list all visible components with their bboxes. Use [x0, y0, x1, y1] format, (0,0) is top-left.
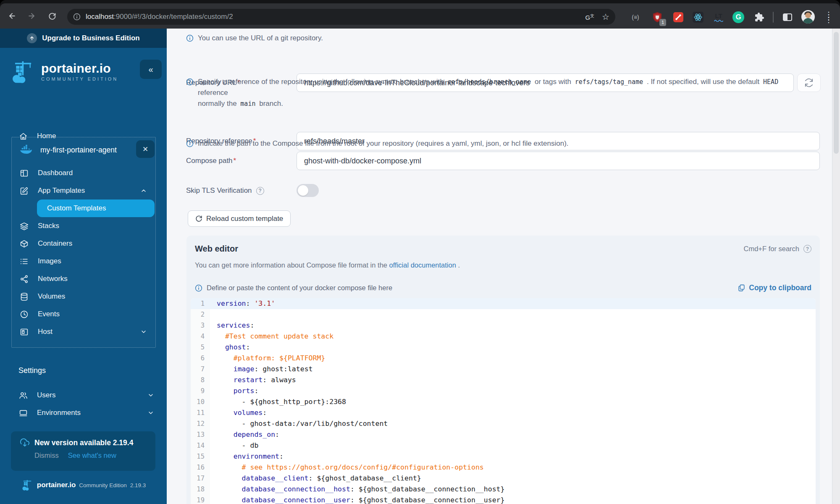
sidebar-item-volumes[interactable]: Volumes — [12, 288, 155, 305]
dismiss-link[interactable]: Dismiss — [34, 452, 59, 459]
sidebar-item-networks[interactable]: Networks — [12, 270, 155, 288]
react-atom-icon — [692, 11, 704, 23]
reload-button[interactable] — [45, 9, 59, 23]
code-line[interactable]: 3services: — [191, 320, 816, 331]
reload-button-label: Reload custom template — [206, 215, 283, 223]
edit-icon — [19, 186, 29, 195]
site-info-icon[interactable] — [73, 13, 81, 21]
code-line[interactable]: 4 #Test comment update stack — [191, 331, 816, 342]
extensions-menu-button[interactable] — [752, 10, 766, 24]
code-text: ports: — [210, 386, 258, 396]
sidebar-item-app-templates[interactable]: App Templates — [12, 182, 155, 200]
help-icon[interactable]: ? — [256, 187, 264, 195]
sidebar-item-containers[interactable]: Containers — [12, 235, 155, 252]
sidebar-item-environments[interactable]: Environments — [0, 404, 167, 422]
code-line[interactable]: 14 - db — [191, 440, 816, 451]
code-line[interactable]: 6 #platform: ${PLATFORM} — [191, 353, 816, 364]
sidebar-collapse-button[interactable]: « — [140, 60, 162, 79]
cloud-download-icon — [20, 438, 29, 447]
line-number: 10 — [191, 396, 210, 407]
url-host: localhost — [86, 13, 114, 21]
compose-doc-text: You can get more information about Compo… — [195, 261, 811, 269]
line-number: 11 — [191, 407, 210, 418]
page-scrollbar[interactable] — [832, 29, 840, 504]
environment-close-button[interactable]: ✕ — [136, 140, 155, 158]
upgrade-banner[interactable]: Upgrade to Business Edition — [0, 29, 167, 48]
copy-icon — [738, 284, 746, 292]
forward-button[interactable] — [25, 9, 38, 23]
sidebar-item-stacks[interactable]: Stacks — [12, 217, 155, 235]
docker-whale-icon — [19, 144, 32, 156]
git-url-info: You can use the URL of a git repository. — [186, 33, 323, 44]
code-line[interactable]: 13 depends_on: — [191, 429, 816, 440]
sidebar-item-host[interactable]: Host — [12, 323, 155, 341]
info-icon — [186, 140, 194, 147]
code-line[interactable]: 10 - ${ghost_http_port}:2368 — [191, 396, 816, 407]
sidebar-footer: portainer.io Community Edition 2.19.3 — [0, 479, 167, 491]
chrome-menu-button[interactable]: ⋮⋮⋮ — [822, 10, 836, 24]
brand-logo[interactable]: portainer.io COMMUNITY EDITION — [10, 59, 128, 85]
code-line[interactable]: 2 — [191, 309, 816, 320]
custom-templates-label: Custom Templates — [47, 204, 106, 213]
translate-icon[interactable]: G文 — [585, 13, 594, 21]
link-extension-icon[interactable] — [671, 10, 685, 24]
sidebar-item-users[interactable]: Users — [0, 386, 167, 404]
line-number: 14 — [191, 440, 210, 451]
images-label: Images — [38, 257, 61, 265]
environment-header[interactable]: my-first-portainer-agent — [12, 141, 155, 159]
code-line[interactable]: 9 ports: — [191, 386, 816, 396]
line-number: 12 — [191, 418, 210, 429]
official-documentation-link[interactable]: official documentation — [389, 261, 456, 269]
skip-tls-toggle[interactable] — [297, 184, 319, 197]
forward-icon — [27, 12, 36, 20]
stacks-label: Stacks — [38, 222, 59, 230]
sidebar: Upgrade to Business Edition — [0, 29, 167, 504]
sidebar-item-events[interactable]: Events — [12, 305, 155, 323]
bookmark-star-icon[interactable]: ☆ — [602, 13, 609, 21]
see-whats-new-link[interactable]: See what's new — [68, 452, 116, 459]
code-line[interactable]: 19 database__connection__user: ${ghost_d… — [191, 495, 816, 504]
reference-info: Specify a reference of the repository us… — [186, 76, 808, 109]
compose-path-input[interactable] — [297, 152, 820, 170]
database-icon — [19, 292, 29, 301]
code-line[interactable]: 17 database__client: ${ghost_database__c… — [191, 473, 816, 484]
code-line[interactable]: 16 # see https://ghost.org/docs/config/#… — [191, 462, 816, 473]
code-line[interactable]: 12 - ghost-data:/var/lib/ghost/content — [191, 418, 816, 429]
code-line[interactable]: 1version: '3.1' — [191, 298, 816, 309]
react-devtools-extension-icon[interactable] — [691, 10, 705, 24]
code-text: #platform: ${PLATFORM} — [210, 353, 325, 364]
web-editor-card: Web editor Cmd+F for search ? You can ge… — [186, 236, 820, 504]
back-button[interactable] — [5, 9, 19, 23]
settings-section-title: Settings — [18, 366, 46, 375]
sidebar-item-dashboard[interactable]: Dashboard — [12, 164, 155, 182]
code-line[interactable]: 11 volumes: — [191, 407, 816, 418]
code-line[interactable]: 15 environment: — [191, 451, 816, 462]
code-text: volumes: — [210, 407, 267, 418]
red-link-icon — [673, 12, 684, 23]
code-editor[interactable]: 1version: '3.1'23services:4 #Test commen… — [191, 298, 816, 504]
reload-custom-template-button[interactable]: Reload custom template — [188, 210, 291, 227]
side-panel-button[interactable] — [780, 10, 795, 24]
code-text: environment: — [210, 451, 284, 462]
grammarly-extension-icon[interactable]: G — [731, 10, 746, 24]
scrollbar-thumb[interactable] — [834, 32, 839, 154]
profile-avatar[interactable] — [801, 10, 815, 24]
code-line[interactable]: 18 database__connection__host: ${ghost_d… — [191, 484, 816, 495]
sidebar-item-images[interactable]: Images — [12, 252, 155, 270]
portainer-logo-icon — [10, 59, 36, 85]
code-line[interactable]: 7 image: ghost:latest — [191, 364, 816, 375]
tampermonkey-extension-icon[interactable]: (≡) — [628, 10, 643, 24]
code-line[interactable]: 5 ghost: — [191, 342, 816, 353]
code-text — [210, 309, 217, 320]
copy-to-clipboard-button[interactable]: Copy to clipboard — [738, 284, 811, 292]
address-bar[interactable]: localhost:9000/#!/3/docker/templates/cus… — [67, 9, 615, 25]
code-text: database__connection__user: ${ghost_data… — [210, 495, 504, 504]
code-text: ghost: — [210, 342, 250, 353]
help-icon[interactable]: ? — [803, 245, 811, 253]
ublock-extension-icon[interactable]: 1 — [650, 10, 664, 24]
sidebar-item-custom-templates[interactable]: Custom Templates — [37, 200, 155, 217]
footer-brand: portainer.io — [37, 481, 76, 489]
code-line[interactable]: 8 restart: always — [191, 375, 816, 386]
languagetool-extension-icon[interactable]: LT — [711, 10, 726, 24]
git-url-info-text: You can use the URL of a git repository. — [198, 33, 323, 44]
